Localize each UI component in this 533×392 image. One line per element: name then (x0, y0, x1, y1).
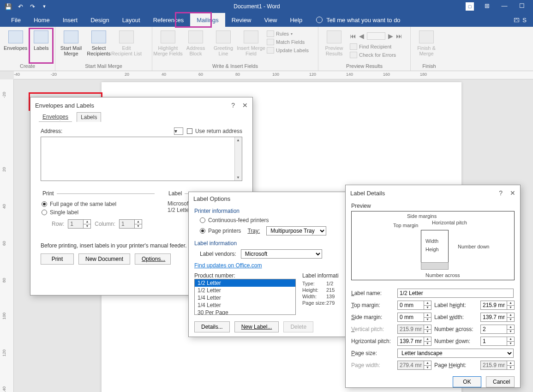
right-label-info-heading: Label informati (302, 272, 341, 279)
tab-layout[interactable]: Layout (116, 13, 147, 27)
dlg1-close-icon[interactable]: ✕ (242, 102, 248, 109)
labelheight-spinner[interactable]: ▲▼ (480, 301, 517, 310)
match-fields-button: Match Fields (276, 39, 305, 45)
page-printers-radio[interactable]: Page printers (200, 228, 241, 234)
full-page-radio[interactable]: Full page of the same label (42, 201, 116, 207)
share-text[interactable]: S (522, 17, 527, 24)
horizontal-ruler[interactable]: -40 -20 20 40 60 80 100 120 140 160 180 (14, 71, 533, 79)
menu-bar: File Home Insert Design Layout Reference… (0, 13, 533, 27)
use-return-address-checkbox[interactable]: Use return address (187, 128, 242, 134)
single-label-radio[interactable]: Single label (42, 209, 78, 216)
labels-icon (34, 30, 48, 43)
labelwidth-label: Label width: (434, 314, 480, 320)
preview-box: Side margins Top margin Horizontal pitch… (351, 211, 515, 280)
vendors-label: Label vendors: (200, 251, 236, 257)
tab-references[interactable]: References (147, 13, 190, 27)
highlight-icon (161, 30, 175, 43)
hpitch-label: Horizontal pitch: (351, 338, 397, 344)
hpitch-spinner[interactable]: ▲▼ (397, 337, 434, 346)
labelname-input[interactable] (397, 289, 514, 298)
finish-merge-button: Finish & Merge (414, 29, 438, 56)
find-updates-link[interactable]: Find updates on Office.com (194, 262, 262, 269)
labelwidth-spinner[interactable]: ▲▼ (480, 313, 517, 322)
new-label-button[interactable]: New Label... (234, 321, 279, 332)
row-label: Row: (52, 221, 64, 227)
tab-labels[interactable]: Labels (77, 112, 101, 122)
undo-icon[interactable]: ↶ (17, 3, 24, 10)
match-icon (267, 39, 274, 45)
ribbon-display-icon[interactable]: ⊞ (482, 2, 491, 11)
select-recipients-button[interactable]: Select Recipients (87, 29, 111, 56)
save-icon[interactable]: 💾 (5, 3, 12, 10)
insertfield-icon (244, 30, 258, 43)
envelope-icon (8, 30, 23, 43)
product-number-list[interactable]: 1/2 Letter 1/2 Letter 1/4 Letter 1/4 Let… (194, 279, 296, 315)
label-details-dialog: Label Details ? ✕ Preview Side margins T… (345, 185, 521, 388)
address-block-button: Address Block (184, 29, 208, 56)
tab-help[interactable]: Help (283, 13, 309, 27)
tray-select[interactable]: Multipurpose Tray (266, 226, 326, 235)
dlg1-help-icon[interactable]: ? (231, 102, 235, 109)
vpitch-label: Vertical pitch: (351, 326, 397, 332)
delete-label-button[interactable]: Delete (283, 321, 313, 332)
address-book-icon[interactable]: ▾ (174, 127, 183, 135)
tab-envelopes[interactable]: Envelopes (39, 112, 72, 122)
column-spinner: ▲▼ (119, 219, 142, 229)
options-button[interactable]: Options... (135, 253, 171, 265)
sidemargin-spinner[interactable]: ▲▼ (397, 313, 434, 322)
group-finish-label: Finish (414, 63, 444, 71)
nacross-spinner[interactable]: ▲▼ (480, 325, 517, 334)
redo-icon[interactable]: ↷ (29, 3, 36, 10)
dlg3-close-icon[interactable]: ✕ (510, 189, 515, 197)
finish-icon (419, 30, 434, 43)
vendors-select[interactable]: Microsoft (241, 249, 322, 259)
label-info-heading: Label information (194, 240, 341, 247)
row-spinner: ▲▼ (68, 219, 91, 229)
find-recipient-button: Find Recipient (359, 44, 391, 49)
new-document-button[interactable]: New Document (78, 253, 130, 265)
details-button[interactable]: Details... (194, 321, 230, 332)
topmargin-spinner[interactable]: ▲▼ (397, 301, 434, 310)
labels-button[interactable]: Labels (31, 29, 51, 51)
dlg3-help-icon[interactable]: ? (499, 189, 503, 197)
ok-button[interactable]: OK (453, 376, 481, 387)
print-button[interactable]: Print (41, 253, 74, 265)
qat-customize-icon[interactable]: ▼ (41, 3, 48, 10)
tab-insert[interactable]: Insert (56, 13, 84, 27)
continuous-feed-radio[interactable]: Continuous-feed printers (200, 217, 269, 223)
tab-file[interactable]: File (5, 13, 27, 27)
preview-results-button: Preview Results (322, 29, 346, 56)
share-icon[interactable]: ⮹ (514, 17, 520, 24)
vertical-ruler[interactable]: -20 20 40 60 80 100 120 140 (0, 79, 14, 392)
ndown-spinner[interactable]: ▲▼ (480, 337, 517, 346)
tab-review[interactable]: Review (225, 13, 258, 27)
group-preview-label: Preview Results (322, 63, 407, 71)
checkerr-icon (350, 52, 357, 58)
envelopes-button[interactable]: Envelopes (4, 29, 27, 51)
tellme-text[interactable]: Tell me what you want to do (326, 17, 400, 24)
nacross-label: Number across: (434, 326, 480, 332)
maximize-icon[interactable]: ☐ (517, 2, 527, 11)
findrec-icon (350, 43, 357, 50)
scrollbar[interactable] (234, 137, 242, 181)
window-title: Document1 - Word (48, 3, 466, 10)
dlg3-title: Label Details (350, 190, 385, 197)
start-mail-merge-button[interactable]: Start Mail Merge (59, 29, 83, 56)
minimize-icon[interactable]: — (500, 2, 509, 11)
tab-view[interactable]: View (258, 13, 283, 27)
ndown-label: Number down: (434, 338, 480, 344)
tab-design[interactable]: Design (84, 13, 115, 27)
update-labels-button: Update Labels (276, 48, 309, 53)
preview-label: Preview (351, 203, 515, 209)
account-icon[interactable]: ▢ (466, 2, 474, 11)
tray-label: Tray: (247, 228, 260, 234)
update-icon (267, 47, 274, 54)
rules-icon (267, 30, 274, 37)
address-textarea[interactable] (41, 137, 242, 181)
tab-home[interactable]: Home (27, 13, 56, 27)
pagesize-select[interactable]: Letter landscape (397, 349, 514, 358)
cancel-button[interactable]: Cancel (486, 376, 515, 387)
tab-mailings[interactable]: Mailings (190, 13, 225, 27)
group-startmm-label: Start Mail Merge (59, 63, 148, 71)
title-bar: 💾 ↶ ↷ ▼ Document1 - Word ▢ ⊞ — ☐ (0, 0, 533, 13)
